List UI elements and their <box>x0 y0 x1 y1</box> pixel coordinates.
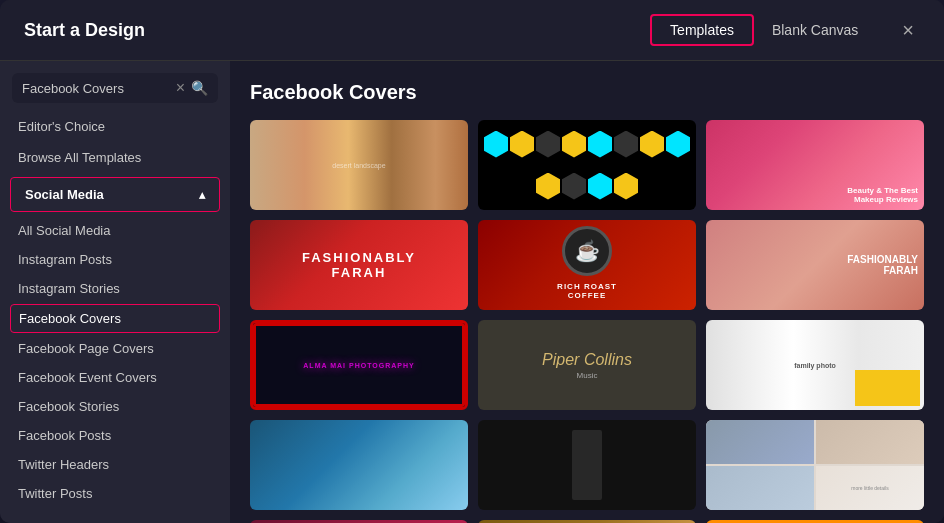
template-card[interactable]: family photo <box>706 320 924 410</box>
template-card[interactable]: Beauty & The BestMakeup Reviews <box>706 120 924 210</box>
modal-body: Facebook Covers × 🔍 Editor's Choice Brow… <box>0 61 944 523</box>
sidebar-item-instagram-stories[interactable]: Instagram Stories <box>0 274 230 303</box>
template-card[interactable] <box>478 420 696 510</box>
template-card[interactable]: desert landscape <box>250 120 468 210</box>
template-grid: desert landscape <box>250 120 924 523</box>
sidebar-item-facebook-event-covers[interactable]: Facebook Event Covers <box>0 363 230 392</box>
modal-title: Start a Design <box>24 20 145 41</box>
template-card[interactable]: Piper Collins Music <box>478 320 696 410</box>
template-card[interactable]: ALMA MAI PHOTOGRAPHY <box>250 320 468 410</box>
sidebar-item-browse-all[interactable]: Browse All Templates <box>0 142 230 173</box>
template-card[interactable]: more little details <box>706 420 924 510</box>
sidebar-category-social-media[interactable]: Social Media ▴ <box>10 177 220 212</box>
sidebar-item-facebook-stories[interactable]: Facebook Stories <box>0 392 230 421</box>
sidebar-category-label: Social Media <box>25 187 104 202</box>
content-title: Facebook Covers <box>250 81 924 104</box>
sidebar-item-facebook-posts[interactable]: Facebook Posts <box>0 421 230 450</box>
template-card[interactable] <box>250 420 468 510</box>
sidebar: Facebook Covers × 🔍 Editor's Choice Brow… <box>0 61 230 523</box>
template-card[interactable]: ☕ rich roastcoffee <box>478 220 696 310</box>
template-card[interactable]: FASHIONABLYFARAH <box>250 220 468 310</box>
search-bar: Facebook Covers × 🔍 <box>12 73 218 103</box>
content-area: Facebook Covers desert landscape <box>230 61 944 523</box>
sidebar-item-twitter-headers[interactable]: Twitter Headers <box>0 450 230 479</box>
sidebar-item-twitter-posts[interactable]: Twitter Posts <box>0 479 230 508</box>
template-card[interactable] <box>478 120 696 210</box>
tab-blank-canvas[interactable]: Blank Canvas <box>754 14 876 46</box>
close-button[interactable]: × <box>896 18 920 42</box>
search-icon[interactable]: 🔍 <box>191 80 208 96</box>
tabs-container: Templates Blank Canvas <box>650 14 876 46</box>
search-value: Facebook Covers <box>22 81 170 96</box>
sidebar-item-editors-choice[interactable]: Editor's Choice <box>0 111 230 142</box>
chevron-up-icon: ▴ <box>199 188 205 202</box>
sidebar-item-instagram-posts[interactable]: Instagram Posts <box>0 245 230 274</box>
sidebar-item-all-social[interactable]: All Social Media <box>0 216 230 245</box>
template-card[interactable]: FASHIONABLYFARAH <box>706 220 924 310</box>
modal: Start a Design Templates Blank Canvas × … <box>0 0 944 523</box>
tab-templates[interactable]: Templates <box>650 14 754 46</box>
modal-header: Start a Design Templates Blank Canvas × <box>0 0 944 61</box>
sidebar-item-facebook-page-covers[interactable]: Facebook Page Covers <box>0 334 230 363</box>
search-clear-button[interactable]: × <box>176 79 185 97</box>
sidebar-item-facebook-covers[interactable]: Facebook Covers <box>10 304 220 333</box>
